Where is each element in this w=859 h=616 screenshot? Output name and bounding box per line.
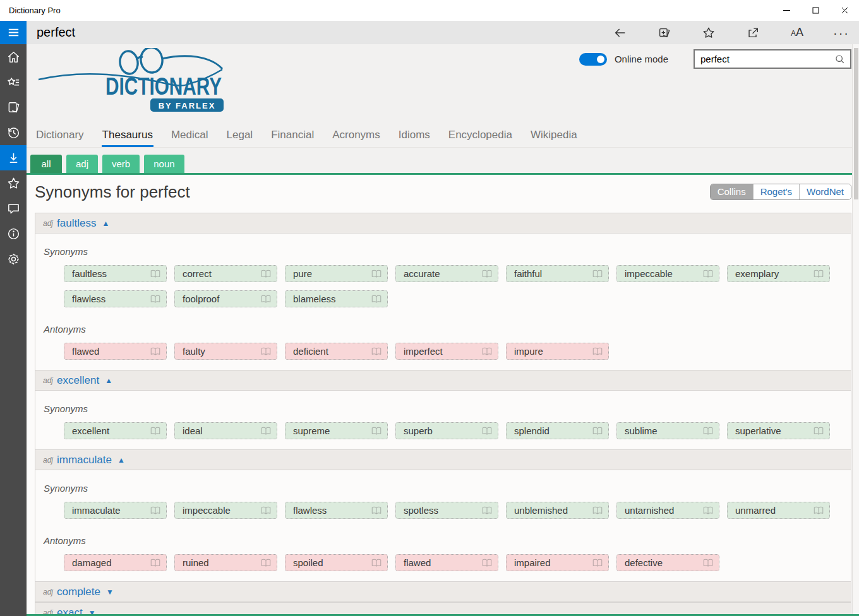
book-icon[interactable] bbox=[592, 269, 603, 279]
vertical-scrollbar[interactable] bbox=[852, 44, 859, 616]
synonym-chip[interactable]: immaculate bbox=[64, 502, 167, 519]
book-icon[interactable] bbox=[260, 346, 272, 357]
book-icon[interactable] bbox=[371, 346, 382, 357]
book-icon[interactable] bbox=[371, 269, 382, 279]
book-icon[interactable] bbox=[481, 558, 493, 568]
book-icon[interactable] bbox=[371, 426, 382, 436]
book-icon[interactable] bbox=[592, 426, 603, 436]
book-icon[interactable] bbox=[260, 558, 272, 568]
synonym-chip[interactable]: splendid bbox=[506, 422, 609, 439]
source-rogets[interactable]: Roget's bbox=[753, 184, 799, 199]
book-icon[interactable] bbox=[702, 558, 714, 568]
book-icon[interactable] bbox=[150, 294, 161, 304]
more-button[interactable]: ··· bbox=[834, 25, 849, 40]
antonym-chip[interactable]: deficient bbox=[285, 343, 388, 360]
synonym-chip[interactable]: foolproof bbox=[174, 290, 277, 307]
book-icon[interactable] bbox=[150, 426, 161, 436]
dictionary-logo[interactable]: DICTIONARY BY FARLEX bbox=[35, 48, 225, 119]
book-icon[interactable] bbox=[371, 294, 382, 304]
section-word-link[interactable]: immaculate bbox=[57, 454, 112, 466]
pos-filter-noun[interactable]: noun bbox=[144, 155, 184, 173]
section-header-faultless[interactable]: adjfaultless▲ bbox=[35, 213, 851, 234]
source-wordnet[interactable]: WordNet bbox=[799, 184, 851, 199]
synonym-chip[interactable]: unmarred bbox=[727, 502, 830, 519]
antonym-chip[interactable]: faulty bbox=[174, 343, 277, 360]
book-icon[interactable] bbox=[150, 506, 161, 516]
book-icon[interactable] bbox=[260, 506, 272, 516]
sidebar-item-home[interactable] bbox=[0, 44, 27, 69]
pos-filter-all[interactable]: all bbox=[30, 155, 62, 173]
pos-filter-verb[interactable]: verb bbox=[102, 155, 140, 173]
synonym-chip[interactable]: pure bbox=[285, 265, 388, 282]
synonym-chip[interactable]: accurate bbox=[395, 265, 498, 282]
book-icon[interactable] bbox=[260, 294, 272, 304]
synonym-chip[interactable]: superb bbox=[395, 422, 498, 439]
book-icon[interactable] bbox=[592, 506, 603, 516]
close-button[interactable] bbox=[830, 1, 859, 21]
sidebar-item-history[interactable] bbox=[0, 120, 27, 145]
sidebar-item-word-list[interactable] bbox=[0, 69, 27, 95]
sidebar-item-settings[interactable] bbox=[0, 246, 27, 271]
synonym-chip[interactable]: sublime bbox=[616, 422, 719, 439]
tab-encyclopedia[interactable]: Encyclopedia bbox=[448, 129, 513, 147]
tab-financial[interactable]: Financial bbox=[270, 129, 315, 147]
sidebar-item-about[interactable] bbox=[0, 221, 27, 246]
add-flashcard-button[interactable] bbox=[657, 25, 672, 40]
favorite-button[interactable] bbox=[701, 25, 716, 40]
sidebar-item-flashcards[interactable] bbox=[0, 95, 27, 120]
tab-wikipedia[interactable]: Wikipedia bbox=[530, 129, 578, 147]
antonym-chip[interactable]: spoiled bbox=[285, 554, 388, 571]
section-word-link[interactable]: complete bbox=[57, 586, 100, 598]
sidebar-item-downloads[interactable] bbox=[0, 145, 27, 170]
antonym-chip[interactable]: imperfect bbox=[395, 343, 498, 360]
book-icon[interactable] bbox=[702, 506, 714, 516]
book-icon[interactable] bbox=[481, 346, 493, 357]
maximize-button[interactable] bbox=[801, 1, 830, 21]
book-icon[interactable] bbox=[150, 346, 161, 357]
synonym-chip[interactable]: ideal bbox=[174, 422, 277, 439]
synonym-chip[interactable]: spotless bbox=[395, 502, 498, 519]
synonym-chip[interactable]: flawless bbox=[64, 290, 167, 307]
sidebar-item-menu[interactable] bbox=[0, 21, 27, 44]
back-button[interactable] bbox=[613, 25, 628, 40]
book-icon[interactable] bbox=[150, 558, 161, 568]
synonym-chip[interactable]: faithful bbox=[506, 265, 609, 282]
book-icon[interactable] bbox=[702, 269, 714, 279]
online-mode-toggle[interactable] bbox=[579, 53, 607, 66]
book-icon[interactable] bbox=[813, 506, 824, 516]
book-icon[interactable] bbox=[481, 269, 493, 279]
book-icon[interactable] bbox=[371, 506, 382, 516]
book-icon[interactable] bbox=[260, 426, 272, 436]
synonym-chip[interactable]: correct bbox=[174, 265, 277, 282]
antonym-chip[interactable]: ruined bbox=[174, 554, 277, 571]
text-size-button[interactable]: AA bbox=[790, 25, 805, 40]
book-icon[interactable] bbox=[371, 558, 382, 568]
book-icon[interactable] bbox=[260, 269, 272, 279]
book-icon[interactable] bbox=[813, 269, 824, 279]
section-word-link[interactable]: faultless bbox=[57, 217, 96, 230]
synonym-chip[interactable]: faultless bbox=[64, 265, 167, 282]
synonym-chip[interactable]: superlative bbox=[727, 422, 830, 439]
book-icon[interactable] bbox=[592, 346, 603, 357]
book-icon[interactable] bbox=[702, 426, 714, 436]
scrollbar-thumb[interactable] bbox=[854, 48, 858, 199]
synonym-chip[interactable]: impeccable bbox=[616, 265, 719, 282]
pos-filter-adj[interactable]: adj bbox=[66, 155, 98, 173]
search-input[interactable] bbox=[695, 54, 834, 64]
minimize-button[interactable] bbox=[772, 1, 801, 21]
antonym-chip[interactable]: flawed bbox=[395, 554, 498, 571]
antonym-chip[interactable]: impaired bbox=[506, 554, 609, 571]
synonym-chip[interactable]: flawless bbox=[285, 502, 388, 519]
section-header-complete[interactable]: adjcomplete▼ bbox=[35, 581, 851, 602]
section-word-link[interactable]: excellent bbox=[57, 374, 99, 387]
synonym-chip[interactable]: untarnished bbox=[616, 502, 719, 519]
tab-thesaurus[interactable]: Thesaurus bbox=[102, 129, 153, 147]
search-icon[interactable] bbox=[834, 54, 845, 64]
tab-dictionary[interactable]: Dictionary bbox=[35, 129, 85, 147]
tab-acronyms[interactable]: Acronyms bbox=[332, 129, 381, 147]
antonym-chip[interactable]: damaged bbox=[64, 554, 167, 571]
synonym-chip[interactable]: unblemished bbox=[506, 502, 609, 519]
sidebar-item-feedback[interactable] bbox=[0, 196, 27, 221]
synonym-chip[interactable]: impeccable bbox=[174, 502, 277, 519]
book-icon[interactable] bbox=[813, 426, 824, 436]
